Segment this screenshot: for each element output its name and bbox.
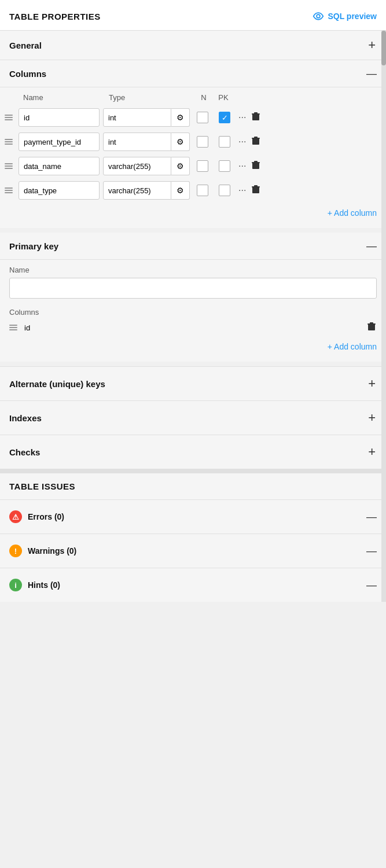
error-icon: ⚠	[9, 510, 22, 523]
col-pk-header: PK	[213, 93, 234, 102]
pk-column-delete-button[interactable]	[366, 322, 377, 333]
drag-handle[interactable]	[5, 115, 15, 120]
col-delete-button-payment-type-id[interactable]	[251, 136, 261, 148]
general-section-title: General	[9, 41, 42, 50]
checks-section: Checks +	[0, 435, 386, 469]
col-pk-checkbox-id[interactable]	[219, 112, 230, 123]
col-name-header: Name	[23, 93, 109, 102]
errors-collapse-button[interactable]: —	[366, 512, 377, 522]
pk-drag-handle[interactable]	[9, 325, 20, 330]
svg-rect-9	[252, 162, 260, 163]
primary-key-name-label: Name	[9, 266, 377, 274]
scrollbar-thumb[interactable]	[381, 31, 386, 65]
col-delete-button-data-type[interactable]	[251, 185, 261, 196]
primary-key-section: Primary key — Name Columns id	[0, 233, 386, 362]
top-header: TABLE PROPERTIES SQL preview	[0, 0, 386, 31]
alternate-keys-title: Alternate (unique) keys	[9, 379, 105, 389]
sql-preview-button[interactable]: SQL preview	[313, 10, 377, 22]
trash-icon	[252, 185, 260, 194]
drag-handle[interactable]	[5, 187, 15, 193]
primary-key-title: Primary key	[9, 241, 58, 251]
svg-rect-13	[368, 324, 375, 330]
warnings-collapse-button[interactable]: —	[366, 546, 377, 556]
indexes-add-button[interactable]: +	[367, 411, 377, 424]
col-name-input-data-type[interactable]	[19, 181, 100, 200]
scrollbar-track[interactable]	[381, 31, 386, 602]
page-title: TABLE PROPERTIES	[9, 12, 101, 21]
table-row: ⚙ ···	[0, 130, 386, 154]
hints-left: i Hints (0)	[9, 579, 60, 591]
errors-label: Errors (0)	[28, 512, 64, 521]
indexes-section: Indexes +	[0, 400, 386, 435]
svg-rect-6	[252, 138, 260, 139]
primary-key-name-input[interactable]	[9, 278, 377, 299]
general-add-button[interactable]: +	[367, 39, 377, 52]
col-delete-button-id[interactable]	[251, 112, 261, 123]
col-pk-checkbox-data-name[interactable]	[219, 160, 230, 172]
col-type-wrapper-data-name: ⚙	[103, 157, 190, 175]
columns-header-row: Name Type N PK	[0, 87, 386, 105]
col-delete-button-data-name[interactable]	[251, 160, 261, 172]
svg-rect-12	[252, 186, 260, 187]
col-gear-button-data-type[interactable]: ⚙	[171, 181, 190, 200]
col-type-input-data-name[interactable]	[103, 157, 171, 175]
warnings-label: Warnings (0)	[28, 546, 76, 556]
col-pk-checkbox-data-type[interactable]	[219, 185, 230, 196]
indexes-title: Indexes	[9, 413, 42, 423]
warnings-left: ! Warnings (0)	[9, 545, 76, 557]
col-name-input-data-name[interactable]	[19, 157, 100, 175]
col-more-button-data-type[interactable]: ···	[237, 185, 247, 196]
col-gear-button-id[interactable]: ⚙	[171, 108, 190, 127]
col-type-wrapper-data-type: ⚙	[103, 181, 190, 200]
col-name-input-payment-type-id[interactable]	[19, 133, 100, 151]
col-nullable-checkbox-data-type[interactable]	[197, 185, 208, 196]
col-gear-button-data-name[interactable]: ⚙	[171, 157, 190, 175]
primary-key-section-header: Primary key —	[0, 233, 386, 260]
table-issues-title: TABLE ISSUES	[9, 481, 75, 491]
errors-left: ⚠ Errors (0)	[9, 510, 64, 523]
table-row: ⚙ ···	[0, 154, 386, 178]
hint-icon: i	[9, 579, 22, 591]
trash-icon	[252, 160, 260, 170]
col-nullable-header: N	[194, 93, 213, 102]
columns-section-title: Columns	[9, 69, 46, 79]
columns-section: Columns — Name Type N PK ⚙	[0, 60, 386, 228]
col-type-wrapper-id: ⚙	[103, 108, 190, 127]
col-pk-checkbox-payment-type-id[interactable]	[219, 136, 230, 148]
col-type-input-id[interactable]	[103, 108, 171, 127]
col-nullable-checkbox-id[interactable]	[197, 112, 208, 123]
col-name-input-id[interactable]	[19, 108, 100, 127]
svg-rect-4	[252, 138, 259, 145]
col-gear-button-payment-type-id[interactable]: ⚙	[171, 133, 190, 151]
checks-add-button[interactable]: +	[367, 446, 377, 458]
primary-key-collapse-button[interactable]: —	[366, 241, 377, 251]
col-type-input-data-type[interactable]	[103, 181, 171, 200]
columns-add-column-button[interactable]: + Add column	[328, 208, 377, 218]
alternate-keys-section: Alternate (unique) keys +	[0, 366, 386, 400]
col-type-input-payment-type-id[interactable]	[103, 133, 171, 151]
col-more-button-id[interactable]: ···	[237, 112, 247, 123]
drag-handle[interactable]	[5, 139, 15, 145]
columns-collapse-button[interactable]: —	[366, 68, 377, 79]
svg-point-0	[317, 14, 321, 18]
col-nullable-checkbox-data-name[interactable]	[197, 160, 208, 172]
col-more-button-data-name[interactable]: ···	[237, 161, 247, 171]
columns-add-column-row: + Add column	[0, 203, 386, 223]
pk-add-column-button[interactable]: + Add column	[328, 342, 377, 351]
drag-handle[interactable]	[5, 163, 15, 169]
hints-collapse-button[interactable]: —	[366, 580, 377, 590]
trash-icon	[367, 322, 376, 331]
trash-icon	[252, 136, 260, 145]
col-type-header: Type	[109, 93, 194, 102]
trash-icon	[252, 112, 260, 121]
checks-title: Checks	[9, 447, 40, 457]
table-row: ⚙ ···	[0, 178, 386, 203]
pk-column-name: id	[24, 323, 362, 332]
table-issues-header: TABLE ISSUES	[0, 469, 386, 499]
col-nullable-checkbox-payment-type-id[interactable]	[197, 136, 208, 148]
alternate-keys-add-button[interactable]: +	[367, 377, 377, 390]
col-more-button-payment-type-id[interactable]: ···	[237, 137, 247, 147]
page-wrapper: TABLE PROPERTIES SQL preview General + C…	[0, 0, 386, 602]
eye-icon	[313, 10, 324, 22]
col-type-wrapper-payment-type-id: ⚙	[103, 133, 190, 151]
